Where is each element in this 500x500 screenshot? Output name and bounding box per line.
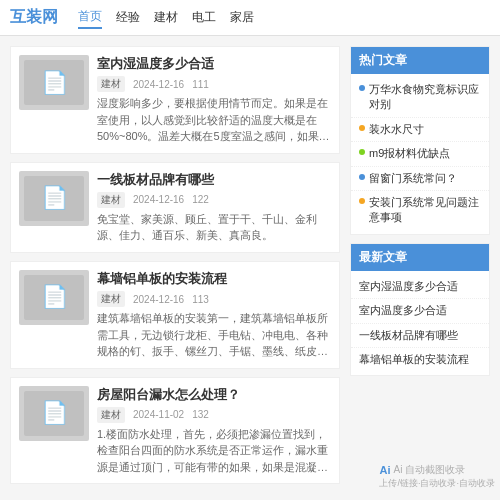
- article-card[interactable]: 📄 幕墙铝单板的安装流程 建材 2024-12-16 113 建筑幕墙铝单板的安…: [10, 261, 340, 369]
- article-date: 2024-12-16: [133, 294, 184, 305]
- article-thumbnail: 📄: [19, 55, 89, 110]
- sidebar-hot-item[interactable]: 万华水食物究竟标识应对别: [351, 78, 489, 118]
- article-title[interactable]: 幕墙铝单板的安装流程: [97, 270, 331, 288]
- document-icon: 📄: [41, 70, 68, 96]
- hot-articles-section: 热门文章 万华水食物究竟标识应对别 装水水尺寸 m9报材料优缺点 留窗门系统常问…: [350, 46, 490, 235]
- hot-item-label: 留窗门系统常问？: [369, 171, 457, 186]
- nav-item-electrical[interactable]: 电工: [192, 7, 216, 28]
- article-excerpt: 湿度影响多少，要根据使用情节而定。如果是在室使用，以人感觉到比较舒适的温度大概是…: [97, 95, 331, 145]
- article-date: 2024-11-02: [133, 409, 184, 420]
- sidebar-latest-item[interactable]: 室内湿温度多少合适: [351, 275, 489, 299]
- latest-articles-section: 最新文章 室内湿温度多少合适 室内温度多少合适 一线板材品牌有哪些 幕墙铝单板的…: [350, 243, 490, 377]
- hot-item-label: 安装门系统常见问题注意事项: [369, 195, 481, 226]
- article-date: 2024-12-16: [133, 79, 184, 90]
- article-thumbnail: 📄: [19, 270, 89, 325]
- latest-item-label: 室内湿温度多少合适: [359, 279, 458, 294]
- hot-item-label: 装水水尺寸: [369, 122, 424, 137]
- dot-icon: [359, 198, 365, 204]
- thumb-inner: 📄: [24, 275, 84, 320]
- dot-icon: [359, 125, 365, 131]
- hot-item-label: 万华水食物究竟标识应对别: [369, 82, 481, 113]
- nav-item-home-decor[interactable]: 家居: [230, 7, 254, 28]
- thumb-inner: 📄: [24, 391, 84, 436]
- comment-count: 111: [192, 79, 209, 90]
- latest-articles-title: 最新文章: [351, 244, 489, 271]
- comment-count: 122: [192, 194, 209, 205]
- sidebar-latest-item[interactable]: 室内温度多少合适: [351, 299, 489, 323]
- sidebar-latest-item[interactable]: 一线板材品牌有哪些: [351, 324, 489, 348]
- article-excerpt: 免宝堂、家美源、顾丘、置于干、千山、金利源、佳力、通百乐、新美、真高良。: [97, 211, 331, 244]
- sidebar-hot-item[interactable]: 留窗门系统常问？: [351, 167, 489, 191]
- article-tag: 建材: [97, 291, 125, 307]
- article-tag: 建材: [97, 76, 125, 92]
- site-logo[interactable]: 互装网: [10, 7, 58, 28]
- latest-articles-list: 室内湿温度多少合适 室内温度多少合适 一线板材品牌有哪些 幕墙铝单板的安装流程: [351, 271, 489, 376]
- sidebar-hot-item[interactable]: 安装门系统常见问题注意事项: [351, 191, 489, 230]
- nav-item-home[interactable]: 首页: [78, 6, 102, 29]
- sidebar-hot-item[interactable]: m9报材料优缺点: [351, 142, 489, 166]
- document-icon: 📄: [41, 400, 68, 426]
- article-thumbnail: 📄: [19, 171, 89, 226]
- nav-item-experience[interactable]: 经验: [116, 7, 140, 28]
- article-tag: 建材: [97, 192, 125, 208]
- hot-articles-title: 热门文章: [351, 47, 489, 74]
- article-date: 2024-12-16: [133, 194, 184, 205]
- hot-articles-list: 万华水食物究竟标识应对别 装水水尺寸 m9报材料优缺点 留窗门系统常问？ 安装门…: [351, 74, 489, 234]
- article-title[interactable]: 室内湿温度多少合适: [97, 55, 331, 73]
- article-card[interactable]: 📄 房屋阳台漏水怎么处理？ 建材 2024-11-02 132 1.楼面防水处理…: [10, 377, 340, 485]
- dot-icon: [359, 149, 365, 155]
- document-icon: 📄: [41, 284, 68, 310]
- sidebar-hot-item[interactable]: 装水水尺寸: [351, 118, 489, 142]
- comment-count: 132: [192, 409, 209, 420]
- article-content: 房屋阳台漏水怎么处理？ 建材 2024-11-02 132 1.楼面防水处理，首…: [97, 386, 331, 476]
- thumb-inner: 📄: [24, 176, 84, 221]
- comment-count: 113: [192, 294, 209, 305]
- site-header: 互装网 首页 经验 建材 电工 家居: [0, 0, 500, 36]
- article-card[interactable]: 📄 一线板材品牌有哪些 建材 2024-12-16 122 免宝堂、家美源、顾丘…: [10, 162, 340, 253]
- hot-item-label: m9报材料优缺点: [369, 146, 450, 161]
- dot-icon: [359, 174, 365, 180]
- article-title[interactable]: 一线板材品牌有哪些: [97, 171, 331, 189]
- latest-item-label: 一线板材品牌有哪些: [359, 328, 458, 343]
- article-meta: 建材 2024-12-16 111: [97, 76, 331, 92]
- article-thumbnail: 📄: [19, 386, 89, 441]
- article-card[interactable]: 📄 室内湿温度多少合适 建材 2024-12-16 111 湿度影响多少，要根据…: [10, 46, 340, 154]
- sidebar: 热门文章 万华水食物究竟标识应对别 装水水尺寸 m9报材料优缺点 留窗门系统常问…: [350, 46, 490, 492]
- article-content: 室内湿温度多少合适 建材 2024-12-16 111 湿度影响多少，要根据使用…: [97, 55, 331, 145]
- latest-item-label: 幕墙铝单板的安装流程: [359, 352, 469, 367]
- article-meta: 建材 2024-12-16 113: [97, 291, 331, 307]
- main-nav: 首页 经验 建材 电工 家居: [78, 6, 254, 29]
- dot-icon: [359, 85, 365, 91]
- article-excerpt: 建筑幕墙铝单板的安装第一，建筑幕墙铝单板所需工具，无边锁行龙柜、手电钻、冲电电、…: [97, 310, 331, 360]
- main-container: 📄 室内湿温度多少合适 建材 2024-12-16 111 湿度影响多少，要根据…: [0, 36, 500, 500]
- document-icon: 📄: [41, 185, 68, 211]
- article-meta: 建材 2024-11-02 132: [97, 407, 331, 423]
- article-tag: 建材: [97, 407, 125, 423]
- content-area: 📄 室内湿温度多少合适 建材 2024-12-16 111 湿度影响多少，要根据…: [10, 46, 340, 492]
- article-meta: 建材 2024-12-16 122: [97, 192, 331, 208]
- nav-item-materials[interactable]: 建材: [154, 7, 178, 28]
- sidebar-latest-item[interactable]: 幕墙铝单板的安装流程: [351, 348, 489, 371]
- article-excerpt: 1.楼面防水处理，首先，必须把渗漏位置找到，检查阳台四面的防水系统是否正常运作，…: [97, 426, 331, 476]
- latest-item-label: 室内温度多少合适: [359, 303, 447, 318]
- article-content: 幕墙铝单板的安装流程 建材 2024-12-16 113 建筑幕墙铝单板的安装第…: [97, 270, 331, 360]
- thumb-inner: 📄: [24, 60, 84, 105]
- article-content: 一线板材品牌有哪些 建材 2024-12-16 122 免宝堂、家美源、顾丘、置…: [97, 171, 331, 244]
- article-title[interactable]: 房屋阳台漏水怎么处理？: [97, 386, 331, 404]
